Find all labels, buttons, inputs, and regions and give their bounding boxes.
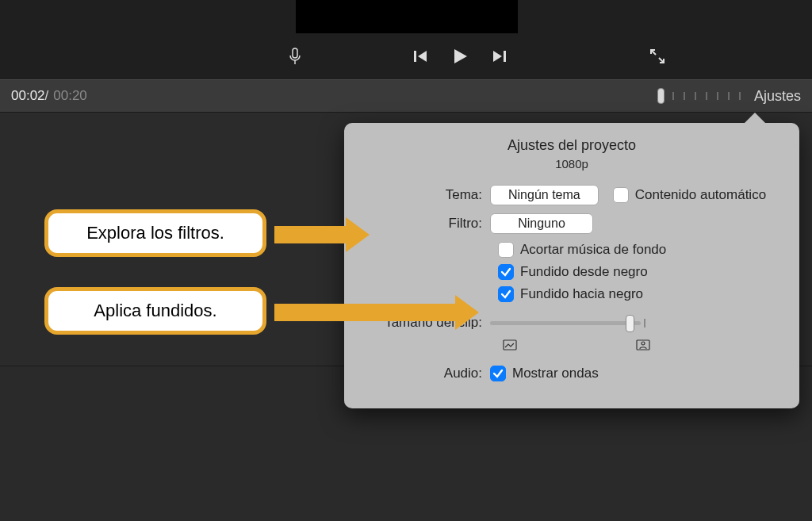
callout-fades-arrow <box>274 295 479 330</box>
popover-title: Ajustes del proyecto <box>362 137 782 154</box>
mic-icon[interactable] <box>289 48 301 65</box>
video-preview[interactable] <box>296 0 518 33</box>
svg-rect-3 <box>504 51 506 62</box>
callout-filters-arrow <box>274 217 370 252</box>
theme-label: Tema: <box>362 187 490 203</box>
auto-content-checkbox[interactable] <box>613 187 629 203</box>
fade-to-black-label: Fundido hacia negro <box>520 286 643 302</box>
theme-popup-button[interactable]: Ningún tema <box>490 185 599 205</box>
transport-bar <box>0 44 812 68</box>
svg-rect-4 <box>504 340 516 350</box>
viewer-area <box>0 0 812 79</box>
project-settings-popover: Ajustes del proyecto 1080p Tema: Ningún … <box>344 123 799 408</box>
time-current: 00:02 <box>11 88 45 104</box>
skip-forward-icon[interactable] <box>492 48 508 64</box>
show-waveforms-label: Mostrar ondas <box>512 366 599 381</box>
callout-fades: Aplica fundidos. <box>44 287 266 335</box>
popover-subtitle: 1080p <box>362 157 782 170</box>
svg-rect-2 <box>414 51 416 62</box>
svg-rect-0 <box>293 48 297 58</box>
shorten-music-label: Acortar música de fondo <box>520 242 666 258</box>
show-waveforms-checkbox[interactable] <box>490 366 506 381</box>
settings-button[interactable]: Ajustes <box>754 88 801 105</box>
clip-size-slider[interactable] <box>490 321 641 325</box>
filter-popup-button[interactable]: Ninguno <box>490 213 593 234</box>
skip-back-icon[interactable] <box>412 48 428 64</box>
play-icon[interactable] <box>450 47 469 66</box>
fade-from-black-label: Fundido desde negro <box>520 264 648 280</box>
time-total: 00:20 <box>53 88 87 104</box>
fade-to-black-checkbox[interactable] <box>498 286 514 302</box>
auto-content-label: Contenido automático <box>635 187 766 203</box>
zoom-slider[interactable] <box>657 88 745 104</box>
filter-label: Filtro: <box>362 216 490 232</box>
fade-from-black-checkbox[interactable] <box>498 264 514 280</box>
callout-filters: Explora los filtros. <box>44 209 266 257</box>
svg-point-6 <box>642 342 645 345</box>
thumbnail-small-icon <box>503 339 517 354</box>
thumbnail-large-icon <box>636 339 650 354</box>
shorten-music-checkbox[interactable] <box>498 242 514 258</box>
fullscreen-icon[interactable] <box>649 48 666 65</box>
audio-label: Audio: <box>362 366 490 381</box>
time-bar: 00:02 / 00:20 Ajustes <box>0 79 812 113</box>
